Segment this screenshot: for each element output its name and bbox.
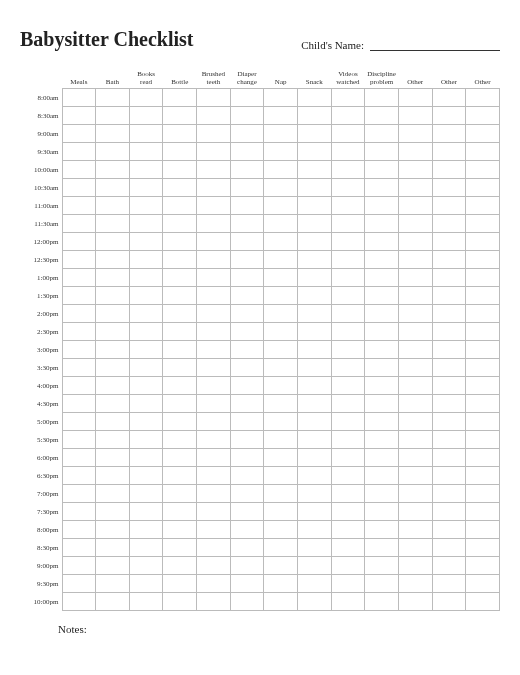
checklist-cell[interactable]	[331, 557, 365, 575]
checklist-cell[interactable]	[62, 269, 96, 287]
checklist-cell[interactable]	[230, 431, 264, 449]
checklist-cell[interactable]	[432, 179, 466, 197]
checklist-cell[interactable]	[163, 557, 197, 575]
checklist-cell[interactable]	[197, 539, 231, 557]
checklist-cell[interactable]	[297, 485, 331, 503]
checklist-cell[interactable]	[331, 215, 365, 233]
checklist-cell[interactable]	[432, 593, 466, 611]
checklist-cell[interactable]	[398, 323, 432, 341]
checklist-cell[interactable]	[365, 503, 399, 521]
checklist-cell[interactable]	[466, 449, 500, 467]
checklist-cell[interactable]	[264, 197, 298, 215]
checklist-cell[interactable]	[365, 377, 399, 395]
checklist-cell[interactable]	[297, 593, 331, 611]
checklist-cell[interactable]	[96, 125, 130, 143]
checklist-cell[interactable]	[197, 143, 231, 161]
checklist-cell[interactable]	[230, 377, 264, 395]
checklist-cell[interactable]	[297, 557, 331, 575]
checklist-cell[interactable]	[398, 179, 432, 197]
checklist-cell[interactable]	[163, 125, 197, 143]
checklist-cell[interactable]	[365, 593, 399, 611]
checklist-cell[interactable]	[129, 467, 163, 485]
checklist-cell[interactable]	[163, 215, 197, 233]
checklist-cell[interactable]	[163, 233, 197, 251]
checklist-cell[interactable]	[297, 521, 331, 539]
checklist-cell[interactable]	[62, 593, 96, 611]
checklist-cell[interactable]	[466, 215, 500, 233]
checklist-cell[interactable]	[62, 395, 96, 413]
checklist-cell[interactable]	[197, 485, 231, 503]
checklist-cell[interactable]	[129, 233, 163, 251]
checklist-cell[interactable]	[163, 503, 197, 521]
checklist-cell[interactable]	[297, 323, 331, 341]
checklist-cell[interactable]	[264, 593, 298, 611]
checklist-cell[interactable]	[297, 575, 331, 593]
checklist-cell[interactable]	[365, 215, 399, 233]
checklist-cell[interactable]	[398, 161, 432, 179]
checklist-cell[interactable]	[129, 269, 163, 287]
checklist-cell[interactable]	[365, 179, 399, 197]
checklist-cell[interactable]	[264, 359, 298, 377]
checklist-cell[interactable]	[96, 413, 130, 431]
checklist-cell[interactable]	[297, 251, 331, 269]
checklist-cell[interactable]	[197, 161, 231, 179]
checklist-cell[interactable]	[163, 521, 197, 539]
checklist-cell[interactable]	[365, 485, 399, 503]
checklist-cell[interactable]	[163, 287, 197, 305]
checklist-cell[interactable]	[62, 485, 96, 503]
checklist-cell[interactable]	[163, 377, 197, 395]
checklist-cell[interactable]	[230, 125, 264, 143]
checklist-cell[interactable]	[398, 467, 432, 485]
checklist-cell[interactable]	[163, 143, 197, 161]
checklist-cell[interactable]	[365, 197, 399, 215]
checklist-cell[interactable]	[466, 431, 500, 449]
checklist-cell[interactable]	[432, 575, 466, 593]
checklist-cell[interactable]	[129, 377, 163, 395]
checklist-cell[interactable]	[197, 467, 231, 485]
checklist-cell[interactable]	[331, 377, 365, 395]
checklist-cell[interactable]	[163, 395, 197, 413]
checklist-cell[interactable]	[230, 107, 264, 125]
checklist-cell[interactable]	[365, 233, 399, 251]
checklist-cell[interactable]	[163, 449, 197, 467]
checklist-cell[interactable]	[331, 449, 365, 467]
checklist-cell[interactable]	[365, 161, 399, 179]
checklist-cell[interactable]	[230, 413, 264, 431]
checklist-cell[interactable]	[96, 143, 130, 161]
checklist-cell[interactable]	[432, 485, 466, 503]
checklist-cell[interactable]	[62, 377, 96, 395]
checklist-cell[interactable]	[129, 485, 163, 503]
checklist-cell[interactable]	[129, 449, 163, 467]
checklist-cell[interactable]	[129, 395, 163, 413]
checklist-cell[interactable]	[398, 143, 432, 161]
checklist-cell[interactable]	[230, 287, 264, 305]
checklist-cell[interactable]	[197, 287, 231, 305]
checklist-cell[interactable]	[297, 215, 331, 233]
checklist-cell[interactable]	[398, 341, 432, 359]
checklist-cell[interactable]	[297, 125, 331, 143]
checklist-cell[interactable]	[197, 179, 231, 197]
checklist-cell[interactable]	[432, 467, 466, 485]
checklist-cell[interactable]	[264, 107, 298, 125]
checklist-cell[interactable]	[466, 125, 500, 143]
checklist-cell[interactable]	[96, 323, 130, 341]
checklist-cell[interactable]	[96, 305, 130, 323]
checklist-cell[interactable]	[398, 449, 432, 467]
checklist-cell[interactable]	[197, 503, 231, 521]
checklist-cell[interactable]	[264, 215, 298, 233]
checklist-cell[interactable]	[365, 287, 399, 305]
checklist-cell[interactable]	[365, 125, 399, 143]
checklist-cell[interactable]	[398, 413, 432, 431]
checklist-cell[interactable]	[297, 467, 331, 485]
checklist-cell[interactable]	[466, 377, 500, 395]
checklist-cell[interactable]	[264, 395, 298, 413]
checklist-cell[interactable]	[432, 161, 466, 179]
checklist-cell[interactable]	[466, 485, 500, 503]
checklist-cell[interactable]	[163, 269, 197, 287]
checklist-cell[interactable]	[466, 251, 500, 269]
checklist-cell[interactable]	[230, 395, 264, 413]
checklist-cell[interactable]	[129, 305, 163, 323]
checklist-cell[interactable]	[230, 251, 264, 269]
checklist-cell[interactable]	[398, 503, 432, 521]
checklist-cell[interactable]	[331, 269, 365, 287]
